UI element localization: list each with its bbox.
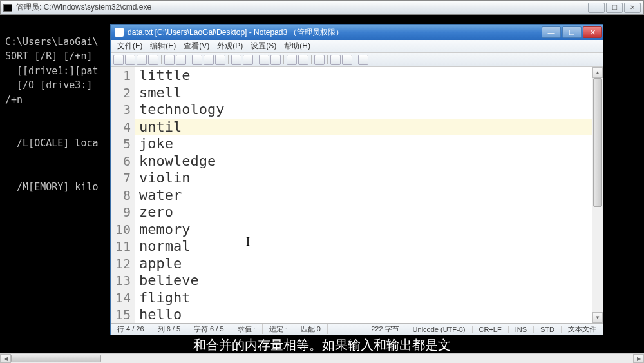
cmd-title: 管理员: C:\Windows\system32\cmd.exe <box>16 2 588 13</box>
editor-line[interactable]: until <box>135 119 592 136</box>
zoomin-icon[interactable] <box>287 55 297 65</box>
notepad-window: data.txt [C:\Users\LaoGai\Desktop] - Not… <box>110 24 603 335</box>
status-val: 求值 : <box>231 324 263 334</box>
save-icon[interactable] <box>148 55 158 65</box>
editor-line[interactable]: apple <box>135 255 592 273</box>
cmd-icon <box>3 4 12 12</box>
new-icon[interactable] <box>113 55 124 65</box>
notepad-icon <box>115 28 124 37</box>
video-caption: 和合并的内存量相等。如果输入和输出都是文 <box>0 337 644 354</box>
editor-line[interactable]: smell <box>135 84 592 102</box>
open-icon[interactable] <box>125 55 135 65</box>
close-button[interactable]: ✕ <box>583 26 602 38</box>
menu-item[interactable]: 外观(P) <box>213 41 247 52</box>
minimize-button[interactable]: — <box>542 26 561 38</box>
marker-icon[interactable] <box>270 55 281 65</box>
paste-icon[interactable] <box>215 55 225 65</box>
status-row: 行 4 / 26 <box>111 324 151 334</box>
close-button[interactable]: ✕ <box>624 3 641 13</box>
scroll-down-icon[interactable]: ▼ <box>592 312 603 323</box>
status-match: 匹配 0 <box>294 324 328 334</box>
editor-line[interactable]: believe <box>135 272 592 289</box>
menu-item[interactable]: 查看(V) <box>180 41 213 52</box>
scroll-thumb[interactable] <box>593 78 602 207</box>
history-icon[interactable] <box>137 55 147 65</box>
scroll-up-icon[interactable]: ▲ <box>592 67 603 78</box>
find-icon[interactable] <box>231 55 242 65</box>
status-eol: CR+LF <box>473 326 509 333</box>
status-enc: Unicode (UTF-8) <box>406 326 473 333</box>
maximize-button[interactable]: ☐ <box>606 3 623 13</box>
status-col: 列 6 / 5 <box>151 324 187 334</box>
text-cursor-icon: I <box>246 233 250 251</box>
line-gutter: 123456789101112131415 <box>111 67 135 323</box>
editor-line[interactable]: memory <box>135 221 592 239</box>
status-bytes: 222 字节 <box>365 324 406 334</box>
horizontal-scrollbar[interactable]: ◀ ▶ <box>0 353 644 363</box>
redo-icon[interactable] <box>176 55 186 65</box>
exit-icon[interactable] <box>358 55 368 65</box>
menubar: 文件(F)编辑(E)查看(V)外观(P)设置(S)帮助(H) <box>111 40 603 53</box>
editor-line[interactable]: water <box>135 187 592 204</box>
status-char: 字符 6 / 5 <box>187 324 231 334</box>
notepad-title: data.txt [C:\Users\LaoGai\Desktop] - Not… <box>128 27 541 38</box>
status-std: STD <box>534 326 562 333</box>
editor-line[interactable]: violin <box>135 170 592 187</box>
menu-item[interactable]: 帮助(H) <box>280 41 314 52</box>
cut-icon[interactable] <box>192 55 202 65</box>
notepad-titlebar[interactable]: data.txt [C:\Users\LaoGai\Desktop] - Not… <box>111 25 603 40</box>
menu-item[interactable]: 设置(S) <box>247 41 280 52</box>
editor-line[interactable]: flight <box>135 289 592 307</box>
statusbar: 行 4 / 26 列 6 / 5 字符 6 / 5 求值 : 选定 : 匹配 0… <box>111 323 603 335</box>
toolbar <box>111 53 603 67</box>
scroll-thumb[interactable] <box>11 355 101 362</box>
editor-line[interactable]: hello <box>135 306 592 324</box>
editor-line[interactable]: zero <box>135 204 592 221</box>
editor-line[interactable]: knowledge <box>135 153 592 170</box>
replace-icon[interactable] <box>243 55 253 65</box>
vertical-scrollbar[interactable]: ▲ ▼ <box>592 67 603 323</box>
minimize-button[interactable]: — <box>588 3 605 13</box>
scroll-right-icon[interactable]: ▶ <box>633 354 644 363</box>
scroll-left-icon[interactable]: ◀ <box>0 354 11 363</box>
editor-line[interactable]: normal <box>135 238 592 255</box>
undo-icon[interactable] <box>164 55 175 65</box>
editor[interactable]: I littlesmelltechnologyuntiljokeknowledg… <box>135 67 592 323</box>
status-type: 文本文件 <box>562 324 603 334</box>
settings-icon[interactable] <box>330 55 341 65</box>
syntax-icon[interactable] <box>314 55 325 65</box>
menu-item[interactable]: 编辑(E) <box>146 41 180 52</box>
editor-line[interactable]: little <box>135 67 592 84</box>
status-sel: 选定 : <box>263 324 294 334</box>
status-ins: INS <box>509 326 534 333</box>
zoomout-icon[interactable] <box>298 55 308 65</box>
pin-icon[interactable] <box>342 55 352 65</box>
maximize-button[interactable]: ☐ <box>562 26 582 38</box>
copy-icon[interactable] <box>204 55 214 65</box>
cmd-titlebar[interactable]: 管理员: C:\Windows\system32\cmd.exe — ☐ ✕ <box>0 0 644 15</box>
wordwrap-icon[interactable] <box>259 55 269 65</box>
editor-line[interactable]: joke <box>135 135 592 153</box>
menu-item[interactable]: 文件(F) <box>113 41 146 52</box>
editor-line[interactable]: technology <box>135 101 592 119</box>
